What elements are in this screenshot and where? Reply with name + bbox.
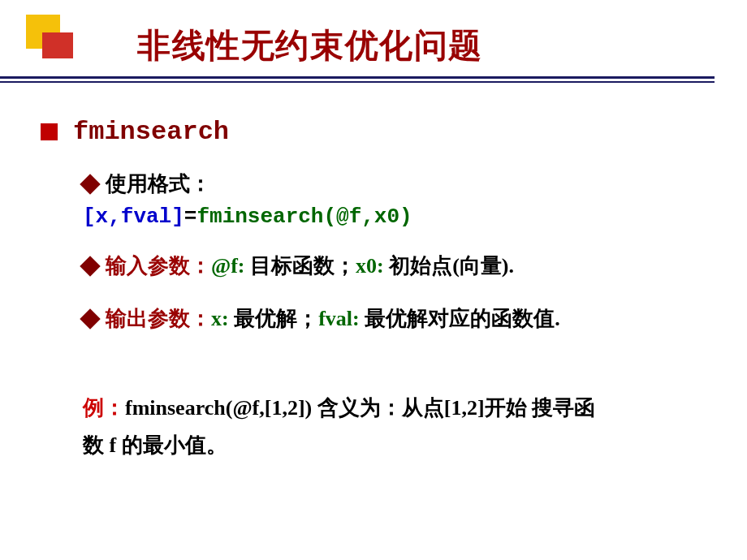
slide-title: 非线性无约束优化问题 [137,24,483,68]
input-params-row: 输入参数：@f: 目标函数；x0: 初始点(向量). [83,250,706,282]
diamond-bullet-icon [80,174,100,194]
usage-label: 使用格式： [106,172,211,196]
main-bullet-row: fminsearch [41,117,706,147]
usage-row: 使用格式： [83,168,706,200]
example-code: fminsearch(@f,[1,2]) [125,396,317,420]
example-meaning-label: 含义为： [317,396,402,420]
output-label: 输出参数： [106,307,211,330]
code-equals: = [184,205,197,229]
output-p2: fval: [318,307,360,330]
title-underline [0,76,715,79]
output-params-row: 输出参数：x: 最优解；fval: 最优解对应的函数值. [83,303,706,334]
slide-header: 非线性无约束优化问题 [0,0,747,89]
example-block: 例：fminsearch(@f,[1,2]) 含义为：从点[1,2]开始 搜寻函… [83,390,706,465]
input-p2: x0: [356,254,384,278]
slide-content: fminsearch 使用格式： [x,fval]=fminsearch(@f,… [0,89,747,465]
function-heading: fminsearch [73,117,229,147]
input-d2: 初始点(向量). [384,254,514,278]
input-p1: @f: [211,254,245,278]
decoration-red-square [42,32,73,58]
input-d1: 目标函数； [245,254,356,278]
code-syntax: [x,fval]=fminsearch(@f,x0) [83,205,706,229]
output-d1: 最优解； [229,307,319,330]
output-d2: 最优解对应的函数值. [360,307,560,330]
input-label: 输入参数： [106,254,211,278]
example-meaning-line1: 从点[1,2]开始 搜寻函 [402,396,595,420]
output-p1: x: [211,307,229,330]
diamond-bullet-icon [80,308,100,329]
code-rhs: fminsearch(@f,x0) [196,205,412,229]
square-bullet-icon [41,123,58,140]
diamond-bullet-icon [80,256,100,276]
example-meaning-line2: 数 f 的最小值。 [83,433,227,457]
code-lhs: [x,fval] [83,205,184,229]
example-label: 例： [83,396,125,420]
